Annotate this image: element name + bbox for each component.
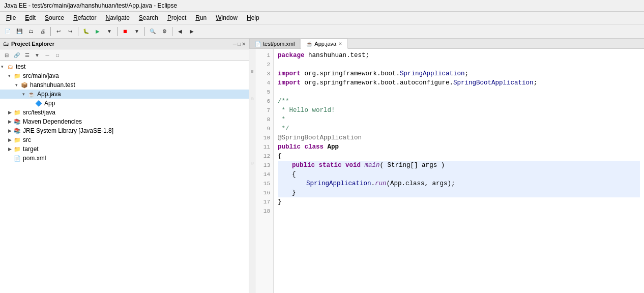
menu-project[interactable]: Project bbox=[163, 13, 190, 23]
sep3 bbox=[117, 27, 118, 36]
toolbar-stop[interactable]: ⏹ bbox=[120, 26, 131, 37]
menu-file[interactable]: File bbox=[2, 13, 20, 23]
tree-item-pom[interactable]: 📄 pom.xml bbox=[0, 154, 249, 163]
ln-2: 2 bbox=[257, 60, 270, 69]
toolbar-run[interactable]: ▶ bbox=[92, 26, 103, 37]
code-line-5 bbox=[278, 87, 640, 97]
ln-6: 6 bbox=[257, 97, 270, 106]
minimize-icon[interactable]: ─ bbox=[233, 41, 237, 47]
tree-icon-appjava: ☕ bbox=[27, 90, 36, 98]
toolbar: 📄 💾 🗂 🖨 ↩ ↪ 🐛 ▶ ▼ ⏹ ▼ 🔍 ⚙ ◀ ▶ bbox=[0, 24, 644, 39]
ln-18: 18 bbox=[257, 207, 270, 216]
editor-tabs: 📄 test/pom.xml ☕ App.java ✕ bbox=[249, 39, 644, 49]
code-line-2 bbox=[278, 60, 640, 69]
toolbar-prev[interactable]: ◀ bbox=[174, 26, 186, 37]
menu-source[interactable]: Source bbox=[41, 13, 68, 23]
ln-3: 3 bbox=[257, 69, 270, 78]
explorer-min-btn[interactable]: ─ bbox=[43, 50, 52, 60]
link-editor-btn[interactable]: 🔗 bbox=[12, 50, 21, 60]
panel-header-controls: ─ □ ✕ bbox=[233, 41, 246, 47]
menu-bar: File Edit Source Refactor Navigate Searc… bbox=[0, 12, 644, 24]
tab-appjava[interactable]: ☕ App.java ✕ bbox=[301, 39, 348, 49]
toolbar-run-drop[interactable]: ▼ bbox=[104, 26, 115, 37]
menu-refactor[interactable]: Refactor bbox=[69, 13, 100, 23]
tree-arrow-appjava: ▾ bbox=[22, 92, 27, 97]
toolbar-save[interactable]: 💾 bbox=[14, 26, 25, 37]
toolbar-redo[interactable]: ↪ bbox=[65, 26, 76, 37]
tree-arrow-pom bbox=[8, 156, 13, 161]
tab-pom-label: test/pom.xml bbox=[263, 41, 295, 47]
toolbar-print[interactable]: 🖨 bbox=[37, 26, 48, 37]
tab-appjava-close[interactable]: ✕ bbox=[338, 41, 342, 46]
editor-panel: 📄 test/pom.xml ☕ App.java ✕ ⊟ ⊟ bbox=[249, 39, 644, 293]
toolbar-settings[interactable]: ⚙ bbox=[159, 26, 170, 37]
code-line-7: * Hello world! bbox=[278, 106, 640, 115]
tree-item-appjava[interactable]: ▾ ☕ App.java bbox=[0, 90, 249, 99]
collapse-all-btn[interactable]: ⊟ bbox=[2, 50, 11, 60]
tree-label-maven: Maven Dependencies bbox=[23, 118, 82, 125]
gutter-14 bbox=[249, 168, 255, 177]
gutter-3[interactable]: ⊟ bbox=[249, 67, 255, 76]
ln-9: 9 bbox=[257, 124, 270, 133]
tree-icon-src-test: 📁 bbox=[13, 108, 21, 116]
tree-arrow-src-main: ▾ bbox=[8, 73, 13, 78]
toolbar-stop-drop[interactable]: ▼ bbox=[131, 26, 142, 37]
tab-appjava-icon: ☕ bbox=[306, 41, 312, 47]
code-content[interactable]: package hanshuhuan.test; import org.spri… bbox=[274, 49, 644, 293]
toolbar-undo[interactable]: ↩ bbox=[53, 26, 64, 37]
tree-item-target[interactable]: ▶ 📁 target bbox=[0, 144, 249, 154]
gutter-10 bbox=[249, 131, 255, 140]
menu-run[interactable]: Run bbox=[191, 13, 211, 23]
tree-label-src: src bbox=[23, 136, 31, 143]
tree-arrow-maven: ▶ bbox=[8, 119, 13, 124]
code-line-3: import org.springframework.boot.SpringAp… bbox=[278, 69, 640, 78]
toolbar-save-all[interactable]: 🗂 bbox=[25, 26, 37, 37]
gutter-18 bbox=[249, 204, 255, 214]
code-line-13: public static void main( String[] args ) bbox=[278, 161, 640, 170]
explorer-dropdown-btn[interactable]: ▼ bbox=[33, 50, 42, 60]
tree-item-maven[interactable]: ▶ 📚 Maven Dependencies bbox=[0, 117, 249, 126]
gutter-13[interactable]: ⊟ bbox=[249, 159, 255, 168]
tab-pom-icon: 📄 bbox=[255, 41, 261, 47]
code-line-14: { bbox=[278, 170, 640, 179]
tree-label-test: test bbox=[16, 63, 25, 70]
explorer-menu-btn[interactable]: ☰ bbox=[22, 50, 32, 60]
gutter-9 bbox=[249, 122, 255, 131]
tree-icon-test: 🗂 bbox=[6, 63, 14, 71]
code-line-8: * bbox=[278, 115, 640, 124]
explorer-max-btn[interactable]: □ bbox=[53, 50, 62, 60]
main-area: 🗂 Project Explorer ─ □ ✕ ⊟ 🔗 ☰ ▼ ─ □ ▾ 🗂… bbox=[0, 39, 644, 293]
tree-item-jre[interactable]: ▶ 📚 JRE System Library [JavaSE-1.8] bbox=[0, 126, 249, 135]
menu-navigate[interactable]: Navigate bbox=[101, 13, 133, 23]
project-explorer-title: Project Explorer bbox=[11, 41, 54, 47]
code-line-18 bbox=[278, 207, 640, 216]
gutter-16 bbox=[249, 186, 255, 195]
tab-appjava-label: App.java bbox=[314, 41, 336, 47]
tree-item-test[interactable]: ▾ 🗂 test bbox=[0, 62, 249, 71]
toolbar-search[interactable]: 🔍 bbox=[147, 26, 158, 37]
menu-edit[interactable]: Edit bbox=[21, 13, 40, 23]
maximize-icon[interactable]: □ bbox=[238, 41, 241, 47]
code-editor[interactable]: ⊟ ⊟ ⊟ 1 2 3 4 bbox=[249, 49, 644, 293]
tree-item-package[interactable]: ▾ 📦 hanshuhuan.test bbox=[0, 80, 249, 90]
gutter-6[interactable]: ⊟ bbox=[249, 95, 255, 104]
tree-icon-src-main: 📁 bbox=[13, 72, 21, 80]
close-panel-icon[interactable]: ✕ bbox=[242, 41, 246, 47]
menu-help[interactable]: Help bbox=[243, 13, 264, 23]
ln-12: 12 bbox=[257, 152, 270, 161]
tree-label-src-main: src/main/java bbox=[23, 72, 59, 79]
menu-search[interactable]: Search bbox=[135, 13, 162, 23]
tab-pom[interactable]: 📄 test/pom.xml bbox=[249, 39, 300, 48]
tree-item-app-class[interactable]: 🔷 App bbox=[0, 99, 249, 108]
gutter-11 bbox=[249, 140, 255, 150]
tree-item-src-test[interactable]: ▶ 📁 src/test/java bbox=[0, 108, 249, 117]
toolbar-next[interactable]: ▶ bbox=[186, 26, 197, 37]
tree-label-target: target bbox=[23, 145, 39, 153]
tree-item-src[interactable]: ▶ 📁 src bbox=[0, 135, 249, 144]
tree-label-package: hanshuhuan.test bbox=[30, 81, 75, 89]
tree-item-src-main[interactable]: ▾ 📁 src/main/java bbox=[0, 71, 249, 80]
toolbar-new[interactable]: 📄 bbox=[2, 26, 13, 37]
menu-window[interactable]: Window bbox=[212, 13, 242, 23]
tree-label-jre: JRE System Library [JavaSE-1.8] bbox=[23, 127, 113, 134]
toolbar-debug[interactable]: 🐛 bbox=[80, 26, 92, 37]
